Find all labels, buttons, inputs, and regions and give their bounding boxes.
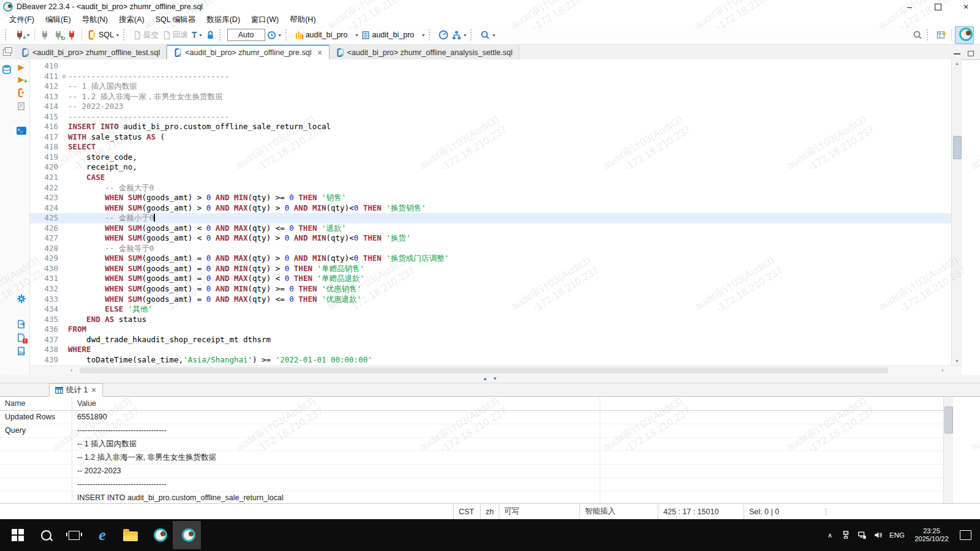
db-search-button[interactable]: ▾: [478, 28, 497, 42]
scroll-left-arrow[interactable]: ‹: [70, 366, 73, 374]
usb-device-icon[interactable]: [838, 531, 854, 539]
reconnect-button[interactable]: ↻: [51, 28, 65, 42]
maximize-button[interactable]: [924, 0, 952, 13]
chevron-down-icon[interactable]: ▾: [492, 32, 495, 38]
connect-button[interactable]: [38, 28, 51, 42]
scroll-down-arrow[interactable]: ▾: [952, 358, 962, 364]
sql-editor-button[interactable]: SQL ▾: [85, 28, 121, 42]
editor-tab-3[interactable]: <audit_bi_pro> zhumr_offline_analysis_se…: [330, 45, 519, 59]
network-status-icon[interactable]: [854, 531, 870, 539]
close-tab-icon[interactable]: ✕: [91, 386, 96, 394]
taskbar-search-button[interactable]: [32, 521, 60, 549]
fold-collapse-icon[interactable]: ⊖: [60, 72, 68, 82]
transaction-mode-button[interactable]: T ▾: [190, 28, 204, 42]
volume-icon[interactable]: [870, 531, 886, 539]
file-word-wrap-icon[interactable]: (ω): [17, 347, 26, 356]
minimize-editor-icon[interactable]: [954, 53, 960, 54]
quick-access-search-button[interactable]: [911, 28, 924, 42]
status-insert-mode[interactable]: 智能插入: [579, 504, 658, 519]
dbeaver-taskbar-button[interactable]: [145, 521, 173, 549]
database-navigator-icon[interactable]: [2, 64, 12, 74]
sash-up-arrow[interactable]: ▲: [483, 376, 488, 381]
status-writable[interactable]: 可写: [499, 504, 579, 519]
menu-item-7[interactable]: 窗口(W): [246, 13, 284, 26]
scrollbar-thumb[interactable]: [80, 367, 888, 373]
menu-item-4[interactable]: 搜索(A): [113, 13, 150, 26]
chevron-down-icon[interactable]: ▾: [27, 32, 29, 38]
chevron-down-icon[interactable]: ▾: [279, 32, 281, 38]
language-indicator[interactable]: ENG: [886, 531, 908, 539]
close-button[interactable]: ×: [952, 0, 980, 13]
scroll-right-arrow[interactable]: ›: [941, 366, 944, 374]
chevron-down-icon[interactable]: ▾: [200, 32, 202, 38]
chevron-down-icon[interactable]: ▾: [464, 32, 466, 38]
column-header-value[interactable]: Value: [72, 397, 600, 410]
explain-plan-button[interactable]: [17, 102, 26, 111]
execute-statement-button[interactable]: ▶: [18, 63, 24, 71]
scroll-up-arrow[interactable]: ▴: [952, 61, 962, 66]
table-row-4[interactable]: -- 1.2 插入非海一家, 非男生女生换货数据: [0, 451, 943, 465]
rollback-button[interactable]: 回滚: [160, 28, 190, 42]
status-timezone[interactable]: CST: [453, 504, 480, 519]
autocommit-combo[interactable]: Auto: [227, 29, 265, 41]
transaction-log-button[interactable]: ▾: [265, 29, 283, 42]
new-connection-button[interactable]: + ▾: [13, 28, 31, 42]
table-row-2[interactable]: Query-----------------------------------: [0, 424, 943, 438]
table-row-5[interactable]: -- 2022-2023: [0, 465, 943, 478]
commit-button[interactable]: 提交: [131, 28, 160, 42]
scrollbar-thumb[interactable]: [944, 407, 953, 433]
menu-item-2[interactable]: 编辑(E): [40, 13, 77, 26]
execute-script-button[interactable]: [17, 88, 26, 97]
maximize-editor-icon[interactable]: [968, 51, 974, 56]
editor-tab-2-active[interactable]: <audit_bi_pro> zhumr_offline_pre.sql✕: [167, 45, 329, 59]
minimize-button[interactable]: –: [895, 0, 924, 13]
start-button[interactable]: [4, 521, 32, 549]
user-profile-button[interactable]: [955, 26, 974, 44]
editor-vertical-scrollbar[interactable]: ▴ ▾: [951, 59, 962, 365]
file-alert-icon[interactable]: !: [17, 333, 26, 342]
menu-item-6[interactable]: 数据库(D): [201, 13, 246, 26]
perspective-button[interactable]: ★: [935, 28, 948, 42]
er-diagram-button[interactable]: ▾: [450, 29, 468, 42]
menu-item-8[interactable]: 帮助(H): [284, 13, 321, 26]
restore-view-icon[interactable]: [3, 49, 11, 56]
table-row-6[interactable]: -----------------------------------: [0, 478, 943, 492]
file-explorer-button[interactable]: [116, 521, 145, 549]
settings-gear-icon[interactable]: [17, 294, 26, 304]
editor-tab-1[interactable]: <audit_bi_pro> zhumr_offline_test.sql: [15, 45, 167, 59]
chevron-down-icon[interactable]: ▾: [355, 32, 358, 38]
table-row-7[interactable]: INSERT INTO audit_bi_pro.custom_offline_…: [0, 492, 943, 503]
chevron-down-icon[interactable]: ▾: [116, 32, 119, 38]
status-caret-position[interactable]: 425 : 17 : 15010: [658, 504, 744, 519]
connection-combo[interactable]: audit_bi_pro ▾: [293, 29, 360, 42]
action-center-icon[interactable]: [960, 530, 971, 540]
menu-item-5[interactable]: SQL 编辑器: [150, 13, 202, 26]
internet-explorer-button[interactable]: e: [88, 521, 116, 549]
status-language[interactable]: zh: [480, 504, 499, 519]
tab-statistics[interactable]: 统计 1 ✕: [49, 383, 103, 397]
task-view-button[interactable]: [60, 521, 88, 549]
taskbar-clock[interactable]: 23:25 2025/10/22: [908, 527, 955, 543]
lock-button[interactable]: [204, 29, 217, 42]
database-combo[interactable]: audit_bi_pro ▾: [360, 29, 426, 42]
sql-console-icon[interactable]: >_: [17, 127, 26, 135]
export-result-icon[interactable]: [17, 320, 26, 329]
sash-down-arrow[interactable]: ▼: [492, 376, 497, 381]
column-header-name[interactable]: Name: [0, 397, 72, 410]
close-tab-icon[interactable]: ✕: [317, 49, 322, 57]
dashboard-button[interactable]: [437, 28, 450, 42]
scrollbar-thumb[interactable]: [953, 136, 962, 159]
chevron-down-icon[interactable]: ▾: [422, 32, 424, 38]
table-row-1[interactable]: Updated Rows6551890: [0, 411, 943, 424]
panel-sash[interactable]: ▲ ▼: [0, 375, 980, 383]
menu-item-1[interactable]: 文件(F): [4, 13, 40, 26]
dbeaver-taskbar-button-active[interactable]: [173, 521, 201, 549]
menu-item-3[interactable]: 导航(N): [77, 13, 113, 26]
tray-chevron-up-icon[interactable]: ∧: [822, 531, 838, 539]
execute-new-tab-button[interactable]: ▶+: [18, 75, 24, 84]
status-selection[interactable]: Sel: 0 | 0: [744, 504, 821, 519]
disconnect-button[interactable]: [65, 28, 78, 42]
fold-gutter: [60, 142, 68, 152]
table-row-3[interactable]: -- 1 插入国内数据: [0, 438, 943, 451]
sql-editor-area[interactable]: 410411⊖---------------------------------…: [30, 59, 951, 365]
